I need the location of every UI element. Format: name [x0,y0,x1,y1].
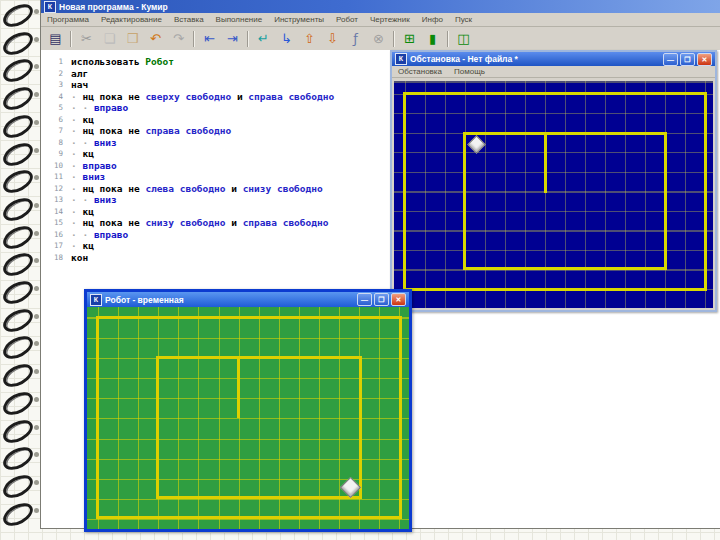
binding-hole [34,341,39,346]
spiral-coil [0,387,37,419]
exit-icon[interactable]: ◫ [452,28,475,49]
show-panel-icon[interactable]: ▮ [421,28,444,49]
run-continuous-icon[interactable]: ↵ [252,28,275,49]
wall [544,134,547,193]
menu-item[interactable]: Инфо [416,14,449,25]
menu-item[interactable]: Инструменты [268,14,330,25]
code-token: и [231,91,248,103]
binding-hole [34,480,39,485]
code-token: вправо [94,229,128,241]
code-token: · [71,114,82,126]
save-icon[interactable]: ▤ [44,28,67,49]
code-token: использовать [71,56,145,68]
main-menubar: ПрограммаРедактированиеВставкаВыполнение… [41,13,720,27]
code-token: · [71,125,82,137]
line-number: 1 [41,56,71,68]
maximize-button[interactable]: ❐ [374,293,389,306]
line-number: 4 [41,91,71,103]
step-out-icon[interactable]: ⇩ [321,28,344,49]
code-token: вправо [94,102,128,114]
line-number: 9 [41,148,71,160]
run-function-icon[interactable]: ƒ [344,28,367,49]
menu-item[interactable]: Редактирование [95,14,168,25]
line-number: 11 [41,171,71,183]
copy-icon[interactable]: ❏ [98,28,121,49]
binding-hole [34,148,39,153]
code-token: Робот [145,56,174,68]
menu-item[interactable]: Робот [330,14,364,25]
undo-icon[interactable]: ↶ [144,28,167,49]
code-token: справа свободно [243,217,329,229]
code-token: · · [71,137,94,149]
line-number: 18 [41,252,71,264]
menu-item[interactable]: Программа [41,14,95,25]
line-number: 14 [41,206,71,218]
menu-item[interactable]: Вставка [168,14,210,25]
menu-item[interactable]: Выполнение [210,14,269,25]
menu-item[interactable]: Чертежник [364,14,416,25]
code-token: вправо [82,160,116,172]
code-token: и [225,183,242,195]
kumir-app-icon: К [44,1,56,13]
code-token: · [71,183,82,195]
step-into-icon[interactable]: ↳ [275,28,298,49]
redo-icon[interactable]: ↷ [167,28,190,49]
binding-hole [34,175,39,180]
environment-field-canvas[interactable] [394,81,713,308]
line-number: 17 [41,240,71,252]
robot-window-title: Робот - временная [105,295,184,305]
toolbar-separator [393,31,395,47]
spiral-coil [0,110,37,142]
menu-item[interactable]: Обстановка [392,66,448,77]
spiral-coil [0,221,37,253]
line-number: 12 [41,183,71,195]
minimize-button[interactable]: — [357,293,372,306]
binding-hole [34,92,39,97]
line-number: 5 [41,102,71,114]
line-number: 2 [41,68,71,80]
show-field-icon[interactable]: ⊞ [398,28,421,49]
code-token: снизу свободно [145,217,225,229]
close-button[interactable]: ✕ [697,53,712,66]
screenshot-root: { "main_window": { "title": "Новая прогр… [0,0,720,540]
environment-window-title: Обстановка - Нет файла * [410,54,518,64]
wall [237,358,240,418]
binding-hole [34,203,39,208]
code-token: кон [71,252,88,264]
spiral-coil [0,166,37,198]
close-button[interactable]: ✕ [391,293,406,306]
menu-item[interactable]: Пуск [449,14,478,25]
minimize-button[interactable]: — [663,53,678,66]
code-token: кц [82,114,93,126]
maximize-button[interactable]: ❐ [680,53,695,66]
stop-icon[interactable]: ⊗ [367,28,390,49]
robot-titlebar[interactable]: К Робот - временная —❐✕ [87,292,409,307]
robot-field-canvas[interactable] [87,307,409,529]
code-token: слева свободно [145,183,225,195]
line-number: 13 [41,194,71,206]
binding-hole [34,231,39,236]
indent-right-icon[interactable]: ⇥ [221,28,244,49]
main-titlebar[interactable]: К Новая программа - Кумир [41,0,720,13]
code-token: · · [71,194,94,206]
code-token: справа свободно [145,125,231,137]
menu-item[interactable]: Помощь [448,66,491,77]
code-token: · [71,91,82,103]
code-token: и [225,217,242,229]
code-token: нач [71,79,88,91]
cut-icon[interactable]: ✂ [75,28,98,49]
code-token: · · [71,229,94,241]
wall [463,132,667,270]
paste-icon[interactable]: ❒ [121,28,144,49]
spiral-binding [0,0,44,540]
code-token: нц пока не [82,91,145,103]
binding-hole [34,425,39,430]
indent-left-icon[interactable]: ⇤ [198,28,221,49]
binding-hole [34,508,39,513]
environment-titlebar[interactable]: К Обстановка - Нет файла * —❐✕ [392,52,715,66]
step-over-icon[interactable]: ⇧ [298,28,321,49]
binding-hole [34,37,39,42]
robot-window-icon: К [90,294,102,306]
binding-hole [34,258,39,263]
binding-hole [34,286,39,291]
